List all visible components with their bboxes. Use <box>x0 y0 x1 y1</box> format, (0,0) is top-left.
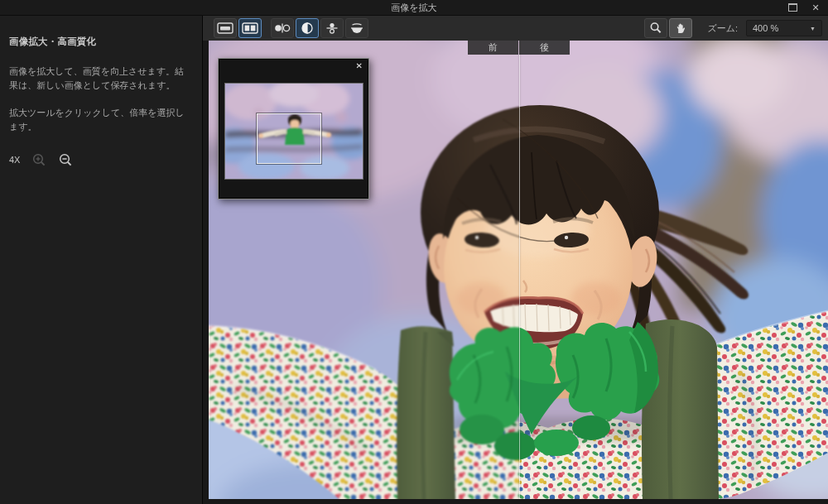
compare-split-tb-overlay-icon <box>349 22 364 34</box>
view-mode-group <box>214 18 262 38</box>
compare-split-tb-overlay-button[interactable] <box>345 18 368 38</box>
zoom-tool-button[interactable] <box>644 18 667 38</box>
chevron-down-icon: ▼ <box>810 26 816 31</box>
zoom-value: 400 % <box>753 23 778 33</box>
zoom-factor-row: 4X <box>9 152 192 167</box>
sidebar-heading: 画像拡大・高画質化 <box>9 36 192 48</box>
split-view-button[interactable] <box>238 18 262 38</box>
split-view-icon <box>242 22 258 34</box>
single-view-button[interactable] <box>214 18 237 38</box>
pan-tool-button[interactable] <box>669 18 692 38</box>
compare-side-by-side-button[interactable] <box>271 18 294 38</box>
navigator-panel: ✕ <box>218 58 369 199</box>
content-area: ズーム: 400 % ▼ <box>203 16 828 504</box>
zoom-out-icon <box>59 153 73 167</box>
zoom-label: ズーム: <box>707 22 738 35</box>
zoom-control: ズーム: 400 % ▼ <box>707 20 822 36</box>
compare-side-by-side-icon <box>273 22 291 34</box>
image-canvas: 前 後 ✕ <box>203 41 828 504</box>
app-window: 画像を拡大 ✕ 画像拡大・高画質化 画像を拡大して、画質を向上させます。結果は、… <box>0 0 828 504</box>
zoom-dropdown[interactable]: 400 % ▼ <box>746 20 822 36</box>
navigator-thumbnail[interactable] <box>224 83 363 180</box>
single-view-icon <box>217 22 233 34</box>
canvas-toolbar: ズーム: 400 % ▼ <box>203 16 828 41</box>
navigator-viewport-rect[interactable] <box>257 113 321 164</box>
compare-mode-group <box>271 18 368 38</box>
compare-split-tb-icon <box>325 22 339 34</box>
photo-viewport[interactable]: 前 後 ✕ <box>209 41 828 499</box>
sidebar-instruction: 拡大ツールをクリックして、倍率を選択します。 <box>9 106 192 134</box>
navigator-close-button[interactable]: ✕ <box>356 62 363 70</box>
maximize-icon <box>788 3 797 12</box>
after-label: 後 <box>519 41 570 55</box>
sidebar-description: 画像を拡大して、画質を向上させます。結果は、新しい画像として保存されます。 <box>9 65 192 93</box>
window-title: 画像を拡大 <box>0 0 828 15</box>
compare-split-line[interactable] <box>519 41 520 499</box>
zoom-in-icon <box>32 153 46 167</box>
compare-split-tb-button[interactable] <box>320 18 344 38</box>
zoom-in-button[interactable] <box>31 152 46 167</box>
titlebar: 画像を拡大 ✕ <box>0 0 828 16</box>
sidebar: 画像拡大・高画質化 画像を拡大して、画質を向上させます。結果は、新しい画像として… <box>0 16 203 504</box>
magnifier-icon <box>649 22 662 35</box>
before-after-labels: 前 後 <box>468 41 570 55</box>
close-button[interactable]: ✕ <box>810 2 821 13</box>
window-controls: ✕ <box>787 0 821 15</box>
tool-group <box>644 18 692 38</box>
compare-split-lr-icon <box>301 22 314 34</box>
maximize-button[interactable] <box>787 2 798 13</box>
zoom-out-button[interactable] <box>58 152 73 167</box>
zoom-factor-label: 4X <box>9 155 20 165</box>
hand-icon <box>674 22 687 35</box>
before-label: 前 <box>468 41 518 55</box>
compare-split-lr-button[interactable] <box>296 18 319 38</box>
